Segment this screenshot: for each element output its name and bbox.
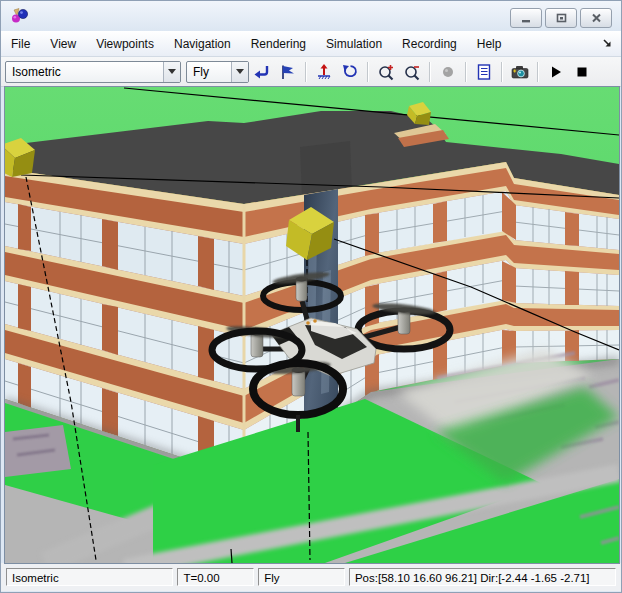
toolbar-separator xyxy=(537,62,539,82)
menu-rendering[interactable]: Rendering xyxy=(241,33,316,55)
create-viewpoint-button[interactable] xyxy=(276,60,300,84)
toolbar-separator xyxy=(465,62,467,82)
start-simulation-button[interactable] xyxy=(544,60,568,84)
block-parameters-button[interactable] xyxy=(472,60,496,84)
status-camera-pose: Pos:[58.10 16.60 96.21] Dir:[-2.44 -1.65… xyxy=(349,568,616,586)
undo-arrow-icon xyxy=(341,63,359,81)
app-icon xyxy=(10,8,30,24)
viewport-3d-scene[interactable] xyxy=(5,87,619,563)
menu-viewpoints[interactable]: Viewpoints xyxy=(86,33,164,55)
status-time: T=0.00 xyxy=(177,568,254,586)
dock-arrow-icon[interactable] xyxy=(602,38,613,49)
menu-view[interactable]: View xyxy=(40,33,86,55)
close-icon xyxy=(591,13,602,23)
menu-simulation[interactable]: Simulation xyxy=(316,33,392,55)
menu-file[interactable]: File xyxy=(1,33,40,55)
minimize-icon xyxy=(520,14,532,23)
toolbar-separator xyxy=(429,62,431,82)
chevron-down-icon xyxy=(163,62,180,82)
camera-icon xyxy=(510,63,530,81)
menubar: File View Viewpoints Navigation Renderin… xyxy=(1,31,621,57)
3d-scene-canvas xyxy=(5,87,619,563)
minimize-button[interactable] xyxy=(510,8,542,28)
maximize-icon xyxy=(556,13,567,23)
zoom-out-button[interactable] xyxy=(400,60,424,84)
undo-move-button[interactable] xyxy=(338,60,362,84)
toolbar: Isometric Fly xyxy=(1,57,621,87)
stop-simulation-button[interactable] xyxy=(570,60,594,84)
toolbar-separator xyxy=(305,62,307,82)
flag-icon xyxy=(279,63,297,81)
status-viewpoint: Isometric xyxy=(6,568,173,586)
return-to-viewpoint-button[interactable] xyxy=(250,60,274,84)
close-button[interactable] xyxy=(580,8,612,28)
straighten-up-button[interactable] xyxy=(312,60,336,84)
capture-frame-button[interactable] xyxy=(508,60,532,84)
viewpoint-combobox-value: Isometric xyxy=(6,65,163,79)
toolbar-separator xyxy=(501,62,503,82)
straighten-up-icon xyxy=(315,63,333,81)
statusbar: Isometric T=0.00 Fly Pos:[58.10 16.60 96… xyxy=(1,563,621,591)
zoom-out-icon xyxy=(403,63,421,81)
stop-icon xyxy=(574,64,590,80)
toolbar-separator xyxy=(367,62,369,82)
zoom-in-button[interactable] xyxy=(374,60,398,84)
document-list-icon xyxy=(475,63,493,81)
vr-viewer-window: File View Viewpoints Navigation Renderin… xyxy=(0,0,622,593)
return-arrow-icon xyxy=(253,63,271,81)
maximize-button[interactable] xyxy=(545,8,577,28)
record-dot-icon xyxy=(439,63,457,81)
navigation-combobox-value: Fly xyxy=(187,65,231,79)
menu-navigation[interactable]: Navigation xyxy=(164,33,241,55)
play-icon xyxy=(548,64,564,80)
titlebar[interactable] xyxy=(1,1,621,31)
chevron-down-icon xyxy=(231,62,248,82)
record-button[interactable] xyxy=(436,60,460,84)
navigation-mode-combobox[interactable]: Fly xyxy=(186,61,249,83)
zoom-in-icon xyxy=(377,63,395,81)
menu-help[interactable]: Help xyxy=(467,33,512,55)
menu-recording[interactable]: Recording xyxy=(392,33,467,55)
viewpoint-combobox[interactable]: Isometric xyxy=(5,61,181,83)
status-navigation-mode: Fly xyxy=(258,568,345,586)
